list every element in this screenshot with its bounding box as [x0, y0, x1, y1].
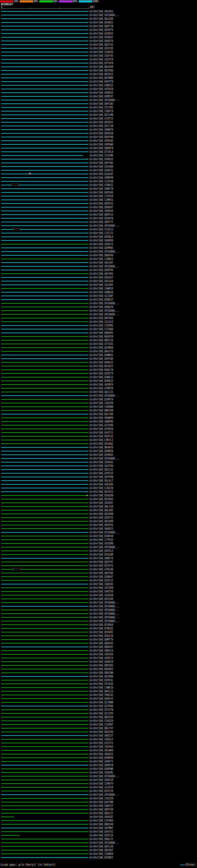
- hit-alignment-bar[interactable]: [1, 429, 88, 429]
- hit-subject-id[interactable]: UniRef100_Q7RTZ3: [90, 472, 113, 475]
- hit-alignment-bar[interactable]: [1, 310, 88, 311]
- hit-alignment-bar[interactable]: [1, 281, 88, 281]
- hit-subject-id[interactable]: UniRef100_B2KIJ6: [90, 634, 113, 638]
- hit-alignment-bar[interactable]: [1, 502, 88, 503]
- hit-alignment-bar[interactable]: [1, 299, 88, 300]
- hit-subject-id[interactable]: UniRef100_Q09533: [90, 213, 113, 216]
- hit-alignment-bar[interactable]: [1, 650, 88, 651]
- hit-alignment-bar[interactable]: [1, 643, 88, 644]
- hit-alignment-bar[interactable]: [1, 111, 88, 112]
- hit-subject-id[interactable]: UniRef100_B9A8E2: [90, 668, 113, 671]
- hit-alignment-bar[interactable]: [1, 225, 88, 226]
- hit-alignment-bar[interactable]: [1, 133, 88, 134]
- hit-subject-id[interactable]: UniRef100_UPI0000...: [90, 775, 119, 778]
- hit-subject-id[interactable]: UniRef100_Q3THU6: [90, 705, 113, 708]
- hit-subject-id[interactable]: UniRef100_A6N026: [90, 291, 113, 294]
- hit-subject-id[interactable]: UniRef100_Q4Q3G7: [90, 276, 113, 279]
- hit-alignment-bar[interactable]: [1, 273, 88, 274]
- hit-subject-id[interactable]: UniRef100_B5VNV7: [90, 856, 113, 859]
- hit-alignment-bar[interactable]: [1, 632, 88, 632]
- hit-subject-id[interactable]: UniRef100_Q56FX2: [90, 516, 113, 520]
- hit-alignment-bar[interactable]: [1, 547, 88, 548]
- hit-subject-id[interactable]: UniRef100_P27635: [90, 683, 113, 686]
- hit-alignment-bar[interactable]: [1, 85, 88, 86]
- hit-subject-id[interactable]: UniRef100_C8ZHA2: [90, 461, 113, 464]
- hit-subject-id[interactable]: UniRef100_Q86E46: [90, 254, 113, 257]
- hit-subject-id[interactable]: UniRef100_C4Y4R3: [90, 819, 113, 823]
- hit-alignment-bar[interactable]: [1, 628, 88, 629]
- hit-alignment-bar[interactable]: [1, 621, 88, 621]
- hit-subject-id[interactable]: UniRef100_B4LT89: [90, 413, 113, 416]
- hit-alignment-bar[interactable]: [1, 857, 88, 858]
- hit-subject-id[interactable]: UniRef100_Q09127: [90, 812, 113, 815]
- hit-subject-id[interactable]: UniRef100_C1FDJ9: [90, 195, 113, 198]
- hit-subject-id[interactable]: UniRef100_Q4PSR1: [90, 524, 113, 527]
- hit-alignment-bar[interactable]: [1, 74, 88, 74]
- hit-alignment-bar[interactable]: [1, 539, 88, 540]
- hit-subject-id[interactable]: UniRef100_UPI0000...: [90, 457, 119, 460]
- hit-subject-id[interactable]: UniRef100_B8P2B1: [90, 664, 113, 667]
- hit-subject-id[interactable]: UniRef100_UPI0000...: [90, 601, 119, 604]
- hit-alignment-bar[interactable]: [1, 484, 88, 485]
- hit-alignment-bar[interactable]: [1, 491, 88, 492]
- hit-subject-id[interactable]: UniRef100_Q9FYN3: [90, 162, 113, 165]
- hit-subject-id[interactable]: UniRef100_UPI0000...: [90, 309, 119, 313]
- hit-alignment-bar[interactable]: [1, 70, 88, 71]
- hit-alignment-bar[interactable]: [1, 118, 88, 119]
- hit-alignment-bar[interactable]: [1, 237, 88, 237]
- hit-subject-id[interactable]: UniRef100_Q49751: [90, 431, 113, 434]
- hit-subject-id[interactable]: UniRef100_C9J413: [90, 228, 113, 231]
- hit-subject-id[interactable]: UniRef100_A0Q923: [90, 527, 113, 530]
- hit-alignment-bar[interactable]: [1, 610, 88, 610]
- hit-alignment-bar[interactable]: [1, 525, 88, 525]
- hit-subject-id[interactable]: UniRef100_B9AYH0: [90, 136, 113, 139]
- hit-subject-id[interactable]: UniRef100_Q0CEG9: [90, 716, 113, 719]
- hit-alignment-bar[interactable]: [1, 842, 88, 843]
- hit-subject-id[interactable]: UniRef100_C9K7L1: [90, 439, 113, 442]
- hit-subject-id[interactable]: UniRef100_A8PTY7: [90, 221, 113, 224]
- hit-alignment-bar[interactable]: [1, 543, 88, 544]
- hit-subject-id[interactable]: UniRef100_Q9M597: [90, 95, 113, 98]
- hit-alignment-bar[interactable]: [1, 824, 88, 825]
- hit-alignment-bar[interactable]: [1, 809, 88, 810]
- hit-subject-id[interactable]: UniRef100_A5VZM9: [90, 542, 113, 545]
- hit-subject-id[interactable]: UniRef100_Q1TJP5: [90, 712, 113, 715]
- hit-subject-id[interactable]: UniRef100_Q6SY42: [90, 43, 113, 46]
- hit-alignment-bar[interactable]: [1, 384, 88, 385]
- hit-subject-id[interactable]: UniRef100_Q63NV6: [90, 346, 113, 349]
- hit-subject-id[interactable]: UniRef100_C1MH51: [90, 198, 113, 202]
- hit-alignment-bar[interactable]: [1, 421, 88, 422]
- hit-subject-id[interactable]: UniRef100_C4WRJ6: [90, 686, 113, 689]
- hit-alignment-bar[interactable]: [1, 303, 88, 304]
- hit-subject-id[interactable]: UniRef100_B9F8H4: [90, 317, 113, 320]
- hit-alignment-bar[interactable]: [1, 284, 88, 285]
- hit-alignment-bar[interactable]: [1, 162, 88, 163]
- hit-alignment-bar[interactable]: [1, 510, 88, 510]
- hit-alignment-bar[interactable]: [1, 362, 88, 363]
- hit-alignment-bar[interactable]: [1, 661, 88, 662]
- hit-alignment-bar[interactable]: [1, 277, 88, 278]
- hit-alignment-bar[interactable]: [1, 307, 88, 307]
- hit-alignment-bar[interactable]: [1, 458, 88, 459]
- hit-subject-id[interactable]: UniRef100_C8Q503: [90, 583, 113, 586]
- hit-alignment-bar[interactable]: [1, 78, 88, 78]
- hit-subject-id[interactable]: UniRef100_UPI0000...: [90, 224, 119, 227]
- hit-alignment-bar[interactable]: [1, 126, 88, 126]
- hit-subject-id[interactable]: UniRef100_Q6LA05: [90, 509, 113, 512]
- hit-alignment-bar[interactable]: [1, 709, 88, 710]
- hit-subject-id[interactable]: UniRef100_B2VTZ9: [90, 790, 113, 793]
- hit-subject-id[interactable]: UniRef100_Q757F0: [90, 709, 113, 712]
- hit-alignment-bar[interactable]: [1, 728, 88, 728]
- hit-alignment-bar[interactable]: [1, 63, 88, 63]
- hit-subject-id[interactable]: UniRef100_A8CNF4: [90, 383, 113, 386]
- hit-subject-id[interactable]: UniRef100_A7NP59: [90, 387, 113, 390]
- hit-subject-id[interactable]: UniRef100_Q4PM05: [90, 247, 113, 250]
- hit-alignment-bar[interactable]: [1, 66, 88, 67]
- hit-subject-id[interactable]: UniRef100_B503D0: [90, 494, 113, 497]
- hit-subject-id[interactable]: UniRef100_C1BZJ6: [90, 487, 113, 490]
- hit-subject-id[interactable]: UniRef100_Q54J69: [90, 598, 113, 601]
- hit-subject-id[interactable]: UniRef100_B2B837: [90, 298, 113, 302]
- hit-alignment-bar[interactable]: [1, 155, 83, 156]
- hit-subject-id[interactable]: UniRef100_C6SW26: [90, 51, 113, 54]
- hit-subject-id[interactable]: UniRef100_B101B9: [90, 553, 113, 556]
